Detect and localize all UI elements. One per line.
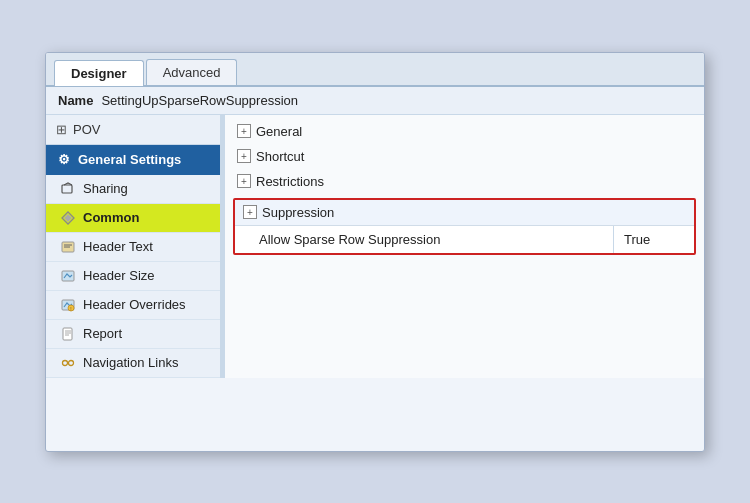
name-label: Name xyxy=(58,93,93,108)
name-value: SettingUpSparseRowSuppression xyxy=(101,93,298,108)
pov-icon: ⊞ xyxy=(56,122,67,137)
suppression-section: + Suppression Allow Sparse Row Suppressi… xyxy=(233,198,696,255)
pov-label: POV xyxy=(73,122,100,137)
svg-rect-10 xyxy=(63,328,72,340)
sidebar-item-header-overrides-label: Header Overrides xyxy=(83,297,186,312)
sidebar-item-header-text-label: Header Text xyxy=(83,239,153,254)
tab-advanced[interactable]: Advanced xyxy=(146,59,238,85)
svg-text:!: ! xyxy=(70,305,71,311)
sidebar-item-report[interactable]: Report xyxy=(46,320,220,349)
sidebar-item-report-label: Report xyxy=(83,326,122,341)
header-text-icon xyxy=(60,239,76,255)
suppression-data-row: Allow Sparse Row Suppression True xyxy=(235,226,694,253)
sidebar-item-common[interactable]: Common xyxy=(46,204,220,233)
tree-row-restrictions[interactable]: + Restrictions xyxy=(225,169,704,194)
general-settings-row[interactable]: ⚙ General Settings xyxy=(46,145,220,175)
tree-row-shortcut[interactable]: + Shortcut xyxy=(225,144,704,169)
svg-point-15 xyxy=(69,360,74,365)
header-overrides-icon: ! xyxy=(60,297,76,313)
tab-bar: Designer Advanced xyxy=(46,53,704,87)
tree-section: + General + Shortcut + Restrictions + xyxy=(225,115,704,267)
tree-label-general: General xyxy=(256,124,302,139)
sidebar-item-sharing[interactable]: Sharing xyxy=(46,175,220,204)
share-icon xyxy=(60,181,76,197)
tree-label-restrictions: Restrictions xyxy=(256,174,324,189)
right-panel: + General + Shortcut + Restrictions + xyxy=(225,115,704,378)
main-content: ⊞ POV ⚙ General Settings Sharing Common xyxy=(46,115,704,378)
suppression-header-row[interactable]: + Suppression xyxy=(235,200,694,226)
expand-icon-suppression[interactable]: + xyxy=(243,205,257,219)
link-icon xyxy=(60,355,76,371)
pov-row[interactable]: ⊞ POV xyxy=(46,115,220,145)
suppression-row-value[interactable]: True xyxy=(614,226,694,253)
report-icon xyxy=(60,326,76,342)
general-settings-label: General Settings xyxy=(78,152,181,167)
tree-label-shortcut: Shortcut xyxy=(256,149,304,164)
sidebar-item-common-label: Common xyxy=(83,210,139,225)
sidebar: ⊞ POV ⚙ General Settings Sharing Common xyxy=(46,115,221,378)
suppression-section-label: Suppression xyxy=(262,205,334,220)
header-size-icon xyxy=(60,268,76,284)
main-window: Designer Advanced Name SettingUpSparseRo… xyxy=(45,52,705,452)
gear-icon: ⚙ xyxy=(56,152,72,168)
sidebar-item-navigation-links[interactable]: Navigation Links xyxy=(46,349,220,378)
svg-rect-0 xyxy=(62,185,72,193)
diamond-icon xyxy=(60,210,76,226)
name-bar: Name SettingUpSparseRowSuppression xyxy=(46,87,704,115)
sidebar-item-navigation-links-label: Navigation Links xyxy=(83,355,178,370)
sidebar-item-header-text[interactable]: Header Text xyxy=(46,233,220,262)
tree-row-general[interactable]: + General xyxy=(225,119,704,144)
expand-icon-restrictions[interactable]: + xyxy=(237,174,251,188)
sidebar-item-header-size[interactable]: Header Size xyxy=(46,262,220,291)
svg-rect-6 xyxy=(62,271,74,281)
sidebar-item-sharing-label: Sharing xyxy=(83,181,128,196)
sidebar-item-header-overrides[interactable]: ! Header Overrides xyxy=(46,291,220,320)
expand-icon-shortcut[interactable]: + xyxy=(237,149,251,163)
suppression-row-label: Allow Sparse Row Suppression xyxy=(235,226,614,253)
tab-designer[interactable]: Designer xyxy=(54,60,144,86)
expand-icon-general[interactable]: + xyxy=(237,124,251,138)
sidebar-item-header-size-label: Header Size xyxy=(83,268,155,283)
svg-point-14 xyxy=(63,360,68,365)
